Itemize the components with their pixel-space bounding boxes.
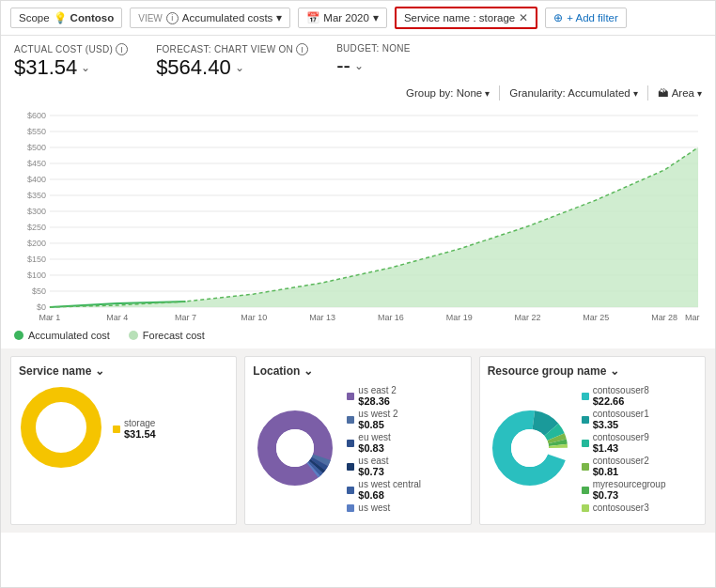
forecast-info-icon[interactable]: i: [296, 43, 308, 55]
legend-color-swatch: [582, 393, 589, 400]
view-type-chevron-icon: ▾: [697, 88, 702, 99]
svg-point-40: [42, 409, 80, 446]
legend-color-swatch: [582, 463, 589, 471]
svg-text:Mar 31: Mar 31: [685, 313, 702, 322]
list-item: us west: [347, 503, 462, 513]
svg-text:Mar 1: Mar 1: [39, 313, 60, 322]
resource-group-title[interactable]: Resource group name ⌄: [488, 364, 697, 378]
resource-group-chevron-icon: ⌄: [610, 364, 619, 378]
list-item: storage $31.54: [113, 418, 228, 440]
svg-point-47: [276, 429, 314, 467]
svg-text:Mar 16: Mar 16: [378, 313, 404, 322]
service-name-label: Service name: [19, 364, 91, 378]
actual-info-icon[interactable]: i: [116, 43, 128, 55]
resource-group-donut: [488, 406, 572, 493]
svg-text:$350: $350: [27, 191, 46, 200]
forecast-chevron-icon[interactable]: ⌄: [235, 61, 244, 74]
svg-text:$500: $500: [27, 143, 46, 152]
location-legend: us east 2$28.36 us west 2$0.85 eu west$0…: [347, 385, 462, 513]
svg-text:Mar 4: Mar 4: [106, 313, 128, 322]
add-filter-label: + Add filter: [567, 12, 618, 23]
divider2: [647, 85, 648, 101]
list-item: us east 2$28.36: [347, 385, 462, 407]
scope-button[interactable]: Scope 💡 Contoso: [10, 8, 122, 28]
chart-legend: Accumulated cost Forecast cost: [1, 326, 715, 348]
close-icon[interactable]: ✕: [519, 11, 528, 24]
legend-color-swatch: [582, 416, 589, 424]
area-chart-icon: 🏔: [658, 87, 669, 99]
legend-color-swatch: [347, 416, 354, 424]
filter-icon: ⊕: [553, 11, 563, 24]
controls-row: Group by: None ▾ Granularity: Accumulate…: [1, 84, 715, 106]
add-filter-button[interactable]: ⊕ + Add filter: [545, 8, 627, 28]
location-title[interactable]: Location ⌄: [253, 364, 462, 378]
chevron-down-icon: ▾: [276, 11, 282, 24]
svg-text:Mar 7: Mar 7: [175, 313, 196, 322]
scope-label: Scope: [19, 12, 50, 23]
service-name-content: storage $31.54: [19, 385, 228, 472]
svg-text:$450: $450: [27, 159, 46, 168]
resource-group-card: Resource group name ⌄: [479, 356, 706, 525]
actual-cost-metric: ACTUAL COST (USD) i $31.54 ⌄: [14, 43, 128, 80]
list-item: contosouser8$22.66: [582, 385, 697, 407]
forecast-legend-item: Forecast cost: [129, 330, 205, 341]
forecast-legend-label: Forecast cost: [143, 330, 205, 341]
legend-color-swatch: [347, 440, 354, 447]
svg-text:$0: $0: [37, 302, 46, 312]
cards-row: Service name ⌄ storage $31.54: [1, 348, 715, 533]
svg-text:Mar 25: Mar 25: [583, 313, 609, 322]
budget-chevron-icon[interactable]: ⌄: [354, 59, 364, 72]
view-button[interactable]: VIEW i Accumulated costs ▾: [130, 8, 290, 28]
legend-color-swatch: [582, 487, 589, 494]
date-button[interactable]: 📅 Mar 2020 ▾: [298, 8, 387, 28]
scope-value: Contoso: [70, 12, 115, 23]
location-donut: [253, 406, 337, 493]
budget-value: -- ⌄: [336, 54, 411, 78]
accumulated-legend-dot: [14, 331, 23, 340]
budget-label: BUDGET: NONE: [336, 43, 411, 54]
metrics-row: ACTUAL COST (USD) i $31.54 ⌄ FORECAST: C…: [1, 36, 715, 84]
resource-group-label: Resource group name: [488, 364, 607, 378]
svg-text:$250: $250: [27, 223, 46, 232]
location-card: Location ⌄: [244, 356, 471, 525]
actual-chevron-icon[interactable]: ⌄: [81, 61, 90, 74]
forecast-legend-dot: [129, 331, 138, 340]
service-name-donut: [19, 385, 103, 472]
groupby-button[interactable]: Group by: None ▾: [406, 87, 490, 99]
legend-color-swatch: [113, 426, 120, 433]
actual-cost-label: ACTUAL COST (USD) i: [14, 43, 128, 55]
granularity-button[interactable]: Granularity: Accumulated ▾: [509, 87, 637, 99]
list-item: us east$0.73: [347, 456, 462, 477]
view-type-button[interactable]: 🏔 Area ▾: [658, 87, 702, 99]
svg-text:Mar 28: Mar 28: [651, 313, 677, 322]
svg-point-54: [511, 429, 549, 467]
legend-color-swatch: [347, 487, 354, 494]
forecast-value: $564.40 ⌄: [156, 55, 308, 80]
filter-tag[interactable]: Service name : storage ✕: [395, 7, 537, 29]
resource-group-legend: contosouser8$22.66 contosouser1$3.35 con…: [582, 385, 697, 513]
view-label: VIEW: [138, 13, 163, 23]
info-icon[interactable]: i: [166, 12, 179, 24]
groupby-label: Group by: None: [406, 87, 482, 99]
forecast-metric: FORECAST: CHART VIEW ON i $564.40 ⌄: [156, 43, 308, 80]
actual-cost-value: $31.54 ⌄: [14, 55, 128, 80]
list-item: eu west$0.83: [347, 432, 462, 454]
svg-text:$50: $50: [32, 286, 46, 296]
list-item: myresourcegroup$0.73: [582, 479, 697, 501]
budget-metric: BUDGET: NONE -- ⌄: [336, 43, 411, 78]
chevron-down-icon2: ▾: [373, 11, 379, 24]
view-type-label: Area: [672, 87, 694, 99]
svg-text:$300: $300: [27, 207, 46, 216]
accumulated-legend-item: Accumulated cost: [14, 330, 110, 341]
bulb-icon: 💡: [54, 11, 67, 24]
area-chart: $600 $550 $500 $450 $400 $350 $300 $250 …: [14, 106, 702, 322]
granularity-label: Granularity: Accumulated: [509, 87, 630, 99]
legend-color-swatch: [347, 504, 354, 512]
list-item: contosouser3: [582, 503, 697, 513]
service-name-title[interactable]: Service name ⌄: [19, 364, 228, 378]
service-name-chevron-icon: ⌄: [95, 364, 104, 378]
list-item: us west 2$0.85: [347, 409, 462, 430]
list-item: contosouser2$0.81: [582, 456, 697, 477]
groupby-chevron-icon: ▾: [485, 88, 490, 99]
svg-text:Mar 10: Mar 10: [241, 313, 267, 322]
